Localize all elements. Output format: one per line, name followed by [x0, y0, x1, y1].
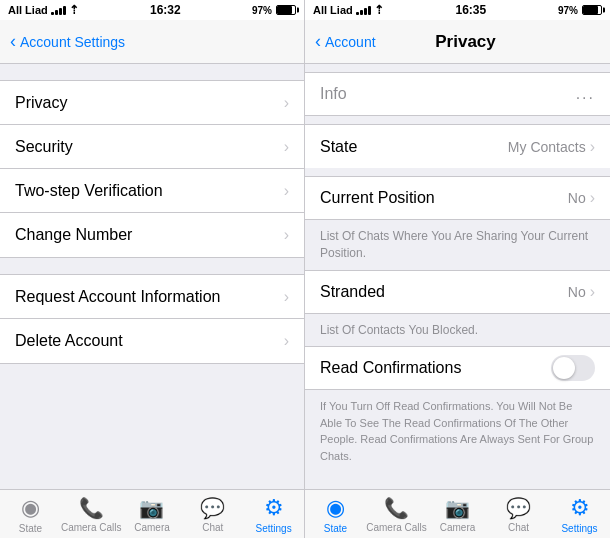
left-tab-chat-icon: 💬: [200, 496, 225, 520]
two-step-chevron: ›: [284, 182, 289, 200]
right-wifi-icon: ⇡: [374, 3, 384, 17]
two-step-label: Two-step Verification: [15, 182, 163, 200]
left-panel: All Liad ⇡ 16:32 97% ‹ Account Settings: [0, 0, 305, 538]
right-tab-state-label: State: [324, 523, 347, 534]
right-status-bar: All Liad ⇡ 16:35 97%: [305, 0, 610, 20]
right-back-chevron: ‹: [315, 31, 321, 52]
right-scroll-content[interactable]: Info ... State My Contacts › Current Pos…: [305, 64, 610, 489]
info-label: Info: [320, 85, 347, 103]
right-tab-settings[interactable]: ⚙ Settings: [549, 495, 610, 534]
info-group: Info ...: [305, 72, 610, 116]
right-signal: [356, 6, 371, 15]
current-position-item[interactable]: Current Position No ›: [305, 176, 610, 220]
left-tab-calls[interactable]: 📞 Camera Calls: [61, 496, 122, 533]
right-tab-chat-icon: 💬: [506, 496, 531, 520]
read-confirm-row: Read Confirmations: [305, 346, 610, 390]
security-label: Security: [15, 138, 73, 156]
left-tab-bar: ◉ State 📞 Camera Calls 📷 Camera 💬 Chat ⚙…: [0, 489, 304, 538]
read-confirm-group: Read Confirmations If You Turn Off Read …: [305, 346, 610, 472]
stranded-desc-text: List Of Contacts You Blocked.: [320, 323, 478, 337]
security-chevron: ›: [284, 138, 289, 156]
left-tab-settings[interactable]: ⚙ Settings: [243, 495, 304, 534]
left-carrier-text: All Liad: [8, 4, 48, 16]
left-carrier: All Liad ⇡: [8, 3, 79, 17]
read-confirm-label: Read Confirmations: [320, 359, 461, 377]
left-status-bar: All Liad ⇡ 16:32 97%: [0, 0, 304, 20]
right-tab-calls-label: Camera Calls: [366, 522, 427, 533]
stranded-group: Stranded No › List Of Contacts You Block…: [305, 270, 610, 347]
right-tab-calls-icon: 📞: [384, 496, 409, 520]
current-position-label: Current Position: [320, 189, 435, 207]
left-battery-fill: [277, 6, 292, 14]
stranded-chevron: ›: [590, 283, 595, 301]
current-position-chevron: ›: [590, 189, 595, 207]
info-row: Info ...: [305, 72, 610, 116]
left-nav-bar: ‹ Account Settings: [0, 20, 304, 64]
current-position-desc-text: List Of Chats Where You Are Sharing Your…: [320, 229, 588, 260]
right-tab-state-icon: ◉: [326, 495, 345, 521]
left-tab-chat[interactable]: 💬 Chat: [182, 496, 243, 533]
stranded-item[interactable]: Stranded No ›: [305, 270, 610, 314]
state-label: State: [320, 138, 357, 156]
change-number-chevron: ›: [284, 226, 289, 244]
right-back-button[interactable]: ‹ Account: [315, 31, 376, 52]
privacy-item[interactable]: Privacy ›: [0, 81, 304, 125]
right-tab-camera[interactable]: 📷 Camera: [427, 496, 488, 533]
security-item[interactable]: Security ›: [0, 125, 304, 169]
stranded-right: No ›: [568, 283, 595, 301]
current-position-desc: List Of Chats Where You Are Sharing Your…: [305, 220, 610, 270]
left-tab-state[interactable]: ◉ State: [0, 495, 61, 534]
delete-account-item[interactable]: Delete Account ›: [0, 319, 304, 363]
left-right-icons: 97%: [252, 5, 296, 16]
stranded-value: No: [568, 284, 586, 300]
right-nav-bar: ‹ Account Privacy: [305, 20, 610, 64]
right-tab-calls[interactable]: 📞 Camera Calls: [366, 496, 427, 533]
left-group-1: Privacy › Security › Two-step Verificati…: [0, 72, 304, 258]
request-account-label: Request Account Information: [15, 288, 220, 306]
request-account-chevron: ›: [284, 288, 289, 306]
current-position-value: No: [568, 190, 586, 206]
two-step-right: ›: [284, 182, 289, 200]
security-right: ›: [284, 138, 289, 156]
stranded-label: Stranded: [320, 283, 385, 301]
left-tab-camera[interactable]: 📷 Camera: [122, 496, 183, 533]
read-confirm-toggle[interactable]: [551, 355, 595, 381]
right-battery-icon: [582, 5, 602, 15]
stranded-desc: List Of Contacts You Blocked.: [305, 314, 610, 347]
delete-account-chevron: ›: [284, 332, 289, 350]
right-tab-bar: ◉ State 📞 Camera Calls 📷 Camera 💬 Chat ⚙…: [305, 489, 610, 538]
right-tab-camera-label: Camera: [440, 522, 476, 533]
privacy-chevron: ›: [284, 94, 289, 112]
right-tab-settings-label: Settings: [561, 523, 597, 534]
left-wifi-icon: ⇡: [69, 3, 79, 17]
state-item[interactable]: State My Contacts ›: [305, 124, 610, 168]
two-step-item[interactable]: Two-step Verification ›: [0, 169, 304, 213]
left-tab-calls-label: Camera Calls: [61, 522, 122, 533]
request-account-item[interactable]: Request Account Information ›: [0, 275, 304, 319]
left-tab-settings-icon: ⚙: [264, 495, 284, 521]
left-back-button[interactable]: ‹ Account Settings: [10, 31, 125, 52]
state-chevron: ›: [590, 138, 595, 156]
state-group: State My Contacts ›: [305, 124, 610, 168]
change-number-item[interactable]: Change Number ›: [0, 213, 304, 257]
right-carrier-text: All Liad: [313, 4, 353, 16]
left-battery-pct: 97%: [252, 5, 272, 16]
request-account-right: ›: [284, 288, 289, 306]
delete-account-right: ›: [284, 332, 289, 350]
right-tab-chat[interactable]: 💬 Chat: [488, 496, 549, 533]
left-group-2: Request Account Information › Delete Acc…: [0, 266, 304, 364]
left-tab-state-label: State: [19, 523, 42, 534]
right-tab-chat-label: Chat: [508, 522, 529, 533]
toggle-knob: [553, 357, 575, 379]
privacy-label: Privacy: [15, 94, 67, 112]
right-tab-state[interactable]: ◉ State: [305, 495, 366, 534]
privacy-right: ›: [284, 94, 289, 112]
left-tab-chat-label: Chat: [202, 522, 223, 533]
right-tab-settings-icon: ⚙: [570, 495, 590, 521]
left-back-chevron: ‹: [10, 31, 16, 52]
right-time: 16:35: [456, 3, 487, 17]
left-signal: [51, 6, 66, 15]
left-settings-group-1: Privacy › Security › Two-step Verificati…: [0, 80, 304, 258]
left-back-label: Account Settings: [20, 34, 125, 50]
read-confirm-warning: If You Turn Off Read Confirmations. You …: [305, 390, 610, 472]
